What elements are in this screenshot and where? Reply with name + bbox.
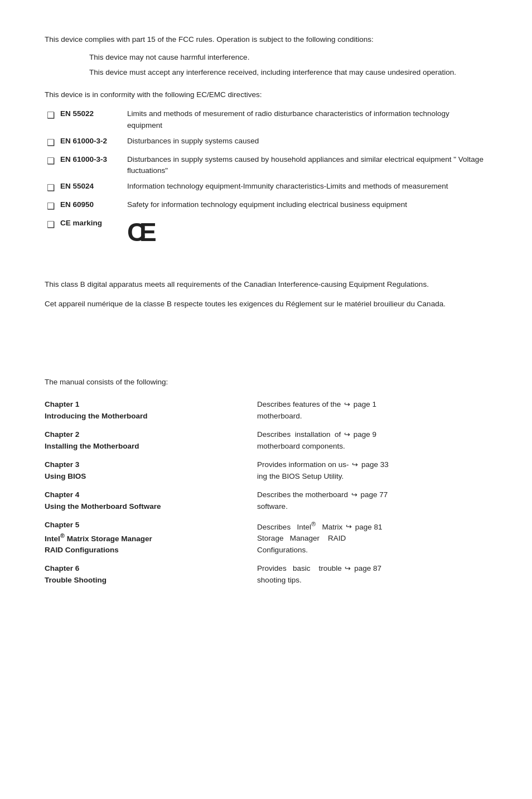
chapter4-title: Chapter 4 [45, 489, 250, 501]
directive-code-en61000-3-3: EN 61000-3-3 [60, 152, 127, 179]
conformity-intro: This device is in conformity with the fo… [45, 89, 487, 101]
canadian-french: Cet appareil numérique de la classe B re… [45, 298, 487, 310]
chapter5-desc-cell: Describes Intel® Matrix ↪ page 81 Storag… [257, 516, 487, 560]
ce-logo: C E [127, 220, 158, 246]
conformity-section: This device is in conformity with the fo… [45, 89, 487, 252]
chapter5-title-cell: Chapter 5 Intel® Matrix Storage Manager … [45, 516, 257, 560]
chapter-table: Chapter 1 Introducing the Motherboard De… [45, 396, 487, 589]
chapter4-row: Chapter 4 Using the Motherboard Software… [45, 486, 487, 516]
directive-row-en61000-3-2: ❑ EN 61000-3-2 Disturbances in supply sy… [45, 133, 487, 152]
fcc-condition2: This device must accept any interference… [89, 66, 487, 79]
chapter5-title: Chapter 5 [45, 519, 250, 531]
chapter2-row: Chapter 2 Installing the Motherboard Des… [45, 426, 487, 456]
divider3 [45, 337, 487, 354]
chapter3-arrow: ↪ [352, 459, 358, 470]
chapter1-subtitle: Introducing the Motherboard [45, 411, 250, 422]
chapter2-title-cell: Chapter 2 Installing the Motherboard [45, 426, 257, 456]
directive-table: ❑ EN 55022 Limits and methods of mesurem… [45, 106, 487, 251]
directive-code-en60950: EN 60950 [60, 197, 127, 215]
directive-desc-en55022: Limits and methods of mesurement of radi… [127, 106, 487, 133]
ce-mark-symbol: C E [127, 220, 158, 249]
directive-code-en61000-3-2: EN 61000-3-2 [60, 133, 127, 152]
directive-code-ce: CE marking [60, 215, 127, 251]
chapter5-subtitle1: Intel® Matrix Storage Manager [45, 531, 250, 545]
fcc-condition1: This device may not cause harmful interf… [89, 51, 487, 64]
checkbox-ce: ❑ [45, 215, 60, 251]
chapter3-subtitle: Using BIOS [45, 471, 250, 483]
chapter5-subtitle2: RAID Configurations [45, 545, 250, 556]
chapter4-subtitle: Using the Motherboard Software [45, 501, 250, 513]
directive-code-en55022: EN 55022 [60, 106, 127, 133]
chapter1-row: Chapter 1 Introducing the Motherboard De… [45, 396, 487, 426]
checkbox-en61000-3-2: ❑ [45, 133, 60, 152]
chapter3-title: Chapter 3 [45, 459, 250, 471]
checkbox-en55022: ❑ [45, 106, 60, 133]
directive-row-en61000-3-3: ❑ EN 61000-3-3 Disturbances in supply sy… [45, 152, 487, 179]
divider2 [45, 320, 487, 337]
checkbox-en61000-3-3: ❑ [45, 152, 60, 179]
canadian-english: This class B digital apparatus meets all… [45, 278, 487, 291]
chapter2-desc-cell: Describes installation of ↪ page 9 mothe… [257, 426, 487, 456]
directive-desc-en55024: Information technology equipment-Immunit… [127, 179, 487, 197]
svg-text:E: E [139, 220, 157, 246]
fcc-paragraph1: This device complies with part 15 of the… [45, 33, 487, 46]
directive-row-en55022: ❑ EN 55022 Limits and methods of mesurem… [45, 106, 487, 133]
directive-desc-en60950: Safety for information technology equipm… [127, 197, 487, 215]
checkbox-en60950: ❑ [45, 197, 60, 215]
chapter4-arrow: ↪ [351, 489, 357, 500]
chapter1-title-cell: Chapter 1 Introducing the Motherboard [45, 396, 257, 426]
directive-desc-en61000-3-2: Disturbances in supply systems caused [127, 133, 487, 152]
chapter3-title-cell: Chapter 3 Using BIOS [45, 456, 257, 486]
chapter2-title: Chapter 2 [45, 429, 250, 441]
directive-row-en60950: ❑ EN 60950 Safety for information techno… [45, 197, 487, 215]
chapter3-desc-cell: Provides information on us- ↪ page 33 in… [257, 456, 487, 486]
chapter1-desc-cell: Describes features of the ↪ page 1 mothe… [257, 396, 487, 426]
directive-row-en55024: ❑ EN 55024 Information technology equipm… [45, 179, 487, 197]
chapter1-title: Chapter 1 [45, 399, 250, 411]
manual-intro: The manual consists of the following: [45, 376, 487, 388]
chapter6-title-cell: Chapter 6 Trouble Shooting [45, 560, 257, 590]
chapter4-desc-cell: Describes the motherboard ↪ page 77 soft… [257, 486, 487, 516]
canadian-section: This class B digital apparatus meets all… [45, 278, 487, 310]
chapter5-arrow: ↪ [346, 521, 352, 532]
directive-row-ce: ❑ CE marking C E [45, 215, 487, 251]
directive-code-en55024: EN 55024 [60, 179, 127, 197]
fcc-section: This device complies with part 15 of the… [45, 33, 487, 79]
chapter2-arrow: ↪ [344, 429, 350, 440]
chapter6-row: Chapter 6 Trouble Shooting Provides basi… [45, 560, 487, 590]
divider1 [45, 262, 487, 278]
chapter5-row: Chapter 5 Intel® Matrix Storage Manager … [45, 516, 487, 560]
chapter4-title-cell: Chapter 4 Using the Motherboard Software [45, 486, 257, 516]
manual-section: The manual consists of the following: Ch… [45, 376, 487, 590]
chapter6-title: Chapter 6 [45, 563, 250, 575]
chapter3-row: Chapter 3 Using BIOS Provides informatio… [45, 456, 487, 486]
checkbox-en55024: ❑ [45, 179, 60, 197]
chapter6-desc-cell: Provides basic trouble ↪ page 87 shootin… [257, 560, 487, 590]
directive-desc-ce: C E [127, 215, 487, 251]
chapter6-subtitle: Trouble Shooting [45, 575, 250, 586]
chapter6-arrow: ↪ [345, 563, 351, 574]
directive-desc-en61000-3-3: Disturbances in supply systems caused by… [127, 152, 487, 179]
chapter2-subtitle: Installing the Motherboard [45, 441, 250, 453]
chapter1-arrow: ↪ [344, 399, 350, 410]
